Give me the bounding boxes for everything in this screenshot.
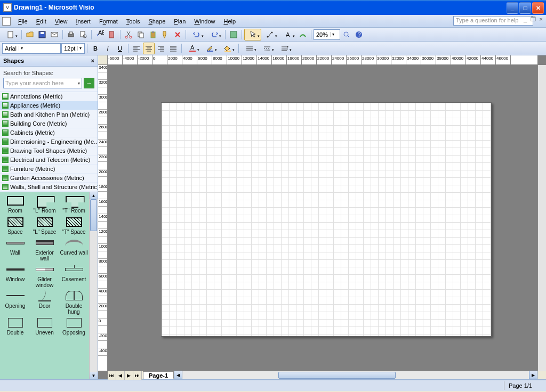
stencil-item[interactable]: Appliances (Metric): [0, 101, 98, 110]
shapes-search-input[interactable]: Type your search here▾: [3, 78, 82, 88]
save-button[interactable]: [36, 29, 48, 40]
shape-cell[interactable]: Wall: [1, 236, 29, 262]
email-button[interactable]: [49, 29, 60, 40]
help-button[interactable]: ?: [353, 29, 365, 40]
gallery-scrollbar[interactable]: ▲ ▼: [89, 192, 98, 379]
drawing-page[interactable]: [161, 102, 492, 337]
stencil-item[interactable]: Furniture (Metric): [0, 165, 98, 174]
shape-cell[interactable]: Door: [30, 289, 59, 315]
menu-edit[interactable]: Edit: [32, 17, 51, 26]
help-search-input[interactable]: Type a question for help: [453, 16, 533, 26]
menu-tools[interactable]: Tools: [122, 17, 144, 26]
stencil-item[interactable]: Garden Accessories (Metric): [0, 174, 98, 183]
canvas-viewport[interactable]: [108, 65, 537, 371]
shape-cell[interactable]: "L" Space: [30, 215, 59, 235]
last-page-button[interactable]: ⏭: [133, 371, 142, 380]
fill-color-button[interactable]: ▾: [219, 43, 236, 54]
shapes-window-button[interactable]: [228, 29, 239, 40]
hscroll-thumb[interactable]: [278, 372, 396, 379]
font-name-combo[interactable]: Arial▾: [2, 43, 61, 54]
print-preview-button[interactable]: [77, 29, 89, 40]
next-page-button[interactable]: ▶: [125, 371, 133, 380]
bold-button[interactable]: B: [90, 43, 101, 54]
page-tab[interactable]: Page-1: [143, 371, 174, 379]
close-button[interactable]: ✕: [532, 2, 544, 14]
align-left-button[interactable]: [131, 43, 142, 54]
format-painter-button[interactable]: [159, 29, 171, 40]
minimize-button[interactable]: _: [507, 2, 518, 14]
hscroll-left-button[interactable]: ◀: [174, 371, 182, 379]
shapes-pane-close-icon[interactable]: ×: [91, 58, 94, 64]
mdi-close[interactable]: ×: [540, 16, 543, 23]
menu-window[interactable]: Window: [190, 17, 219, 26]
line-color-button[interactable]: ▾: [202, 43, 219, 54]
line-pattern-button[interactable]: ▾: [259, 43, 276, 54]
new-button[interactable]: ▾: [2, 29, 19, 40]
connector-tool-button[interactable]: ▾: [262, 29, 279, 40]
maximize-button[interactable]: □: [519, 2, 531, 14]
stencil-item[interactable]: Cabinets (Metric): [0, 128, 98, 137]
cut-button[interactable]: [123, 29, 134, 40]
spelling-button[interactable]: ✓ABC: [94, 29, 106, 40]
hscroll-right-button[interactable]: ▶: [529, 371, 537, 379]
stencil-item[interactable]: Electrical and Telecom (Metric): [0, 156, 98, 165]
stencil-item[interactable]: Bath and Kitchen Plan (Metric): [0, 110, 98, 119]
shape-cell[interactable]: Double hung: [60, 289, 88, 315]
shape-cell[interactable]: "L" Room: [30, 194, 59, 214]
scroll-down-icon[interactable]: ▼: [90, 372, 98, 379]
text-tool-button[interactable]: A▾: [279, 29, 296, 40]
font-size-combo[interactable]: 12pt▾: [61, 43, 85, 54]
align-justify-button[interactable]: [167, 43, 179, 54]
ink-tool-button[interactable]: [297, 29, 309, 40]
shape-cell[interactable]: Space: [1, 215, 29, 235]
shape-cell[interactable]: Glider window: [30, 263, 59, 288]
first-page-button[interactable]: ⏮: [108, 371, 116, 380]
shape-cell[interactable]: Uneven: [30, 316, 59, 336]
mdi-restore[interactable]: ❐: [531, 16, 536, 23]
stencil-item[interactable]: Walls, Shell and Structure (Metric): [0, 183, 98, 192]
zoom-dialog-button[interactable]: [341, 29, 352, 40]
paste-button[interactable]: [147, 29, 159, 40]
shape-cell[interactable]: "T" Space: [60, 215, 88, 235]
shape-cell[interactable]: Casement: [60, 263, 88, 288]
shape-cell[interactable]: Exterior wall: [30, 236, 59, 262]
print-button[interactable]: [65, 29, 77, 40]
align-center-button[interactable]: [143, 43, 155, 54]
stencil-item[interactable]: Drawing Tool Shapes (Metric): [0, 146, 98, 156]
shape-cell[interactable]: Opposing: [60, 316, 88, 336]
menu-view[interactable]: View: [51, 17, 72, 26]
align-right-button[interactable]: [155, 43, 167, 54]
menu-shape[interactable]: Shape: [144, 17, 170, 26]
zoom-combo[interactable]: 20%▾: [314, 29, 340, 40]
shape-cell[interactable]: "T" Room: [60, 194, 88, 214]
menu-help[interactable]: Help: [219, 17, 240, 26]
stencil-item[interactable]: Annotations (Metric): [0, 92, 98, 101]
open-button[interactable]: [24, 29, 36, 40]
pointer-tool-button[interactable]: ▾: [244, 29, 261, 40]
scroll-thumb[interactable]: [90, 199, 97, 231]
menu-file[interactable]: File: [14, 17, 32, 26]
scroll-up-icon[interactable]: ▲: [90, 192, 98, 199]
underline-button[interactable]: U: [114, 43, 126, 54]
stencil-item[interactable]: Dimensioning - Engineering (Me...: [0, 137, 98, 146]
document-icon[interactable]: [2, 17, 11, 26]
menu-format[interactable]: Format: [95, 17, 122, 26]
undo-button[interactable]: ▾: [188, 29, 205, 40]
mdi-minimize[interactable]: _: [524, 16, 527, 23]
stencil-item[interactable]: Building Core (Metric): [0, 119, 98, 128]
vertical-scrollbar[interactable]: [537, 65, 546, 371]
shapes-search-go-button[interactable]: →: [84, 78, 94, 88]
shape-cell[interactable]: Window: [1, 263, 29, 288]
menu-plan[interactable]: Plan: [170, 17, 190, 26]
prev-page-button[interactable]: ◀: [116, 371, 125, 380]
shape-cell[interactable]: Double: [1, 316, 29, 336]
shape-cell[interactable]: Curved wall: [60, 236, 88, 262]
line-weight-button[interactable]: ▾: [241, 43, 258, 54]
hscroll-track[interactable]: [182, 371, 529, 379]
italic-button[interactable]: I: [102, 43, 114, 54]
menu-insert[interactable]: Insert: [71, 17, 95, 26]
shape-cell[interactable]: Room: [1, 194, 29, 214]
delete-button[interactable]: [172, 29, 183, 40]
font-color-button[interactable]: A▾: [184, 43, 201, 54]
shape-cell[interactable]: Opening: [1, 289, 29, 315]
